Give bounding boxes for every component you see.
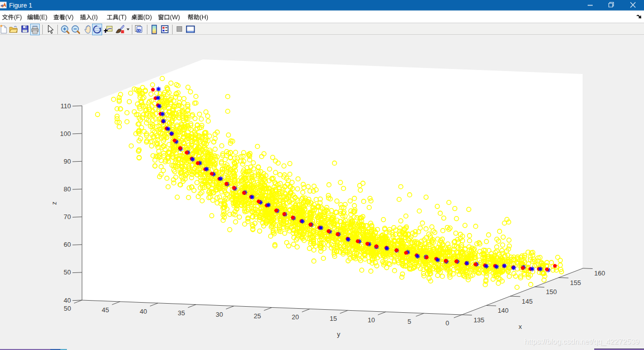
svg-text:25: 25: [254, 312, 261, 320]
svg-text:45: 45: [102, 306, 109, 314]
svg-text:z: z: [50, 201, 58, 205]
svg-text:x: x: [519, 323, 522, 330]
svg-text:y: y: [337, 330, 341, 338]
svg-text:50: 50: [64, 268, 71, 276]
svg-text:10: 10: [368, 316, 375, 324]
svg-text:80: 80: [64, 185, 71, 193]
svg-text:155: 155: [570, 279, 581, 287]
svg-text:160: 160: [594, 269, 605, 277]
svg-text:5: 5: [408, 318, 411, 325]
svg-text:135: 135: [473, 316, 485, 324]
svg-text:35: 35: [178, 309, 185, 317]
svg-text:0: 0: [445, 319, 449, 327]
svg-text:60: 60: [64, 241, 71, 248]
svg-text:40: 40: [64, 297, 71, 304]
svg-text:150: 150: [546, 288, 557, 296]
svg-text:20: 20: [292, 313, 299, 321]
svg-text:110: 110: [60, 102, 71, 110]
svg-text:15: 15: [330, 315, 337, 322]
svg-text:30: 30: [216, 311, 223, 318]
svg-text:70: 70: [64, 213, 71, 221]
svg-text:50: 50: [64, 305, 71, 312]
svg-text:100: 100: [60, 130, 71, 137]
svg-text:145: 145: [522, 298, 533, 305]
svg-text:40: 40: [140, 308, 147, 315]
svg-text:90: 90: [64, 158, 71, 165]
svg-text:140: 140: [498, 307, 509, 314]
